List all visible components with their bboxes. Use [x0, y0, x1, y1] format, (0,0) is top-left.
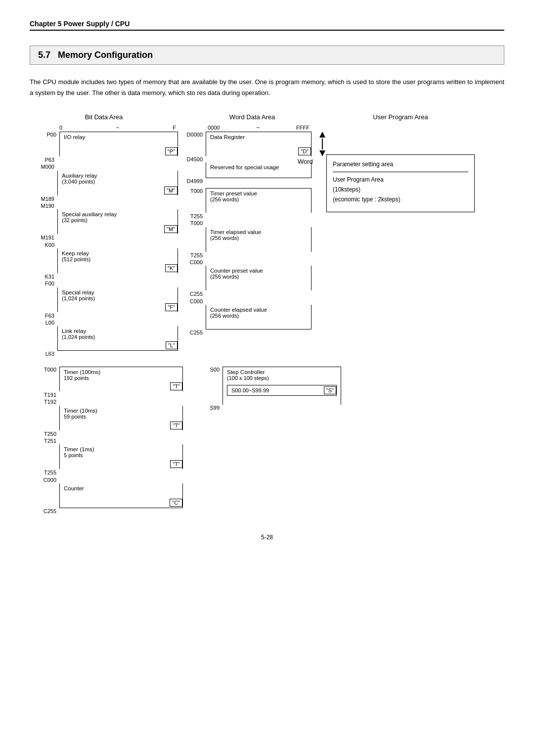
bit-seg-m191-row: M191K00	[30, 234, 178, 248]
timer-10ms-name: Timer (10ms)	[64, 408, 97, 414]
bit-seg-k31-row: K31F00	[30, 273, 178, 287]
label-f63-l00: F63L00	[30, 312, 57, 327]
seg-datareg-wrapper: Data Register "D"	[206, 132, 312, 156]
counter-preset-words: (256 words)	[210, 274, 239, 280]
word-segment-counter-elapsed: Counter elapsed value (256 words)	[178, 305, 326, 330]
page: Chapter 5 Power Supply / CPU 5.7 Memory …	[0, 0, 534, 561]
word-arrow	[319, 132, 325, 156]
bit-seg-f63-row: F63L00	[30, 312, 178, 327]
label-d4999: D4999	[178, 178, 206, 184]
label-t255-c000: T255C000	[178, 252, 206, 266]
seg-10ms: Timer (10ms) 59 points "T"	[59, 406, 183, 430]
word-seg-d4999-row: D4999	[178, 178, 326, 184]
intro-text: The CPU module includes two types of mem…	[30, 77, 504, 98]
word-segment-data-reg: D0000 Data Register "D"	[178, 132, 326, 156]
seg-specaux: Special auxiliary relay (32 points) "M"	[57, 209, 178, 234]
label-t000-bottom: T000	[30, 367, 59, 373]
label-m191-k00: M191K00	[30, 234, 57, 248]
timer-100ms-name: Timer (100ms)	[64, 369, 100, 375]
seg-timerelapsed-wrapper: Timer elapsed value (256 words)	[206, 227, 312, 252]
bit-segment-io: P00 I/O relay "P"	[30, 132, 178, 156]
special-relay-tag: "F"	[165, 303, 178, 311]
program-area-label: User Program Area	[326, 113, 475, 121]
word-seg-c255b-row: C255	[178, 330, 326, 335]
timer-seg-10ms: Timer (10ms) 59 points "T"	[30, 406, 183, 430]
word-range-start: 0000	[208, 125, 220, 131]
label-t255-t000: T255T000	[178, 213, 206, 227]
word-segment-counter-preset: Counter preset value (256 words)	[178, 266, 326, 290]
step-controller-name: Step Controller	[227, 369, 265, 375]
label-p00: P00	[30, 132, 56, 138]
keep-relay-points: (512 points)	[62, 256, 90, 262]
seg-1ms-wrapper: Timer (1ms) 5 points "T"	[59, 444, 183, 469]
bit-segment-specaux: Special auxiliary relay (32 points) "M"	[30, 209, 178, 234]
specaux-relay-tag: "M"	[164, 225, 178, 233]
aux-relay-name: Auxiliary relay	[62, 173, 97, 179]
bit-seg-m189-row: M189M190	[30, 195, 178, 210]
bit-data-area: Bit Data Area 0 ~ F P00 I/O relay	[30, 113, 178, 357]
seg-100ms-wrapper: Timer (100ms) 192 points "T"	[59, 367, 183, 391]
bit-segment-aux: Auxiliary relay (3,040 points) "M"	[30, 171, 178, 195]
seg-10ms-wrapper: Timer (10ms) 59 points "T"	[59, 406, 183, 430]
keep-relay-tag: "K"	[165, 264, 178, 272]
seg-100ms: Timer (100ms) 192 points "T"	[59, 367, 183, 391]
step-controller-steps: (100 x 100 steps)	[227, 375, 269, 381]
link-relay-points: (1,024 points)	[62, 334, 95, 340]
bit-range-end: F	[173, 125, 176, 131]
seg-timerpreset-wrapper: Timer preset value (256 words)	[206, 188, 312, 213]
io-relay-tag: "P"	[165, 147, 178, 155]
bit-area-label: Bit Data Area	[30, 113, 178, 121]
user-prog-steps: (10ksteps)	[333, 186, 468, 193]
step-tag: "S"	[324, 386, 336, 394]
label-k31-f00: K31F00	[30, 273, 57, 287]
special-relay-name: Special relay	[62, 289, 94, 295]
timer-counter-section: T000 Timer (100ms) 192 points "T" T191T1…	[30, 367, 183, 514]
seg-counter-wrapper: Counter "C"	[59, 483, 183, 508]
user-prog-econ: (economic type : 2ksteps)	[333, 196, 468, 203]
seg-link-wrapper: Link relay (1,024 points) "L"	[57, 326, 178, 351]
bit-range-start: 0	[59, 125, 62, 131]
word-range-end: FFFF	[296, 125, 310, 131]
timer-preset-words: (256 words)	[210, 196, 239, 202]
timer-1ms-tag: "T"	[170, 460, 182, 468]
step-seg-s99-row: S99	[203, 405, 341, 411]
word-data-area: Word Data Area 0000 ~ FFFF D0000 Data Re…	[178, 113, 326, 357]
label-m189-m190: M189M190	[30, 195, 57, 210]
bit-seg-l63-row: L63	[30, 351, 178, 357]
word-range-row: 0000 ~ FFFF	[178, 125, 326, 131]
param-setting: Parameter setting area	[333, 161, 468, 168]
bit-seg-p63-row: P63M000	[30, 156, 178, 171]
data-register-tag: "D"	[298, 147, 311, 155]
section-title: 5.7 Memory Configuration	[38, 50, 496, 60]
counter-elapsed-name: Counter elapsed value	[210, 307, 267, 313]
user-program-area: User Program Area Parameter setting area…	[326, 113, 475, 357]
counter-name: Counter	[64, 485, 84, 491]
seg-reserved: Reserved for special usage	[206, 162, 312, 178]
word-segment-timer-preset: T000 Timer preset value (256 words)	[178, 188, 326, 213]
step-controller-section: S00 Step Controller (100 x 100 steps) S0…	[203, 367, 341, 514]
seg-io-wrapper: I/O relay "P"	[59, 132, 178, 156]
timer-seg-1ms: Timer (1ms) 5 points "T"	[30, 444, 183, 469]
page-number: 5-28	[30, 534, 504, 541]
arrow-down-icon	[319, 150, 325, 156]
seg-aux: Auxiliary relay (3,040 points) "M"	[57, 171, 178, 195]
word-seg-t255a-row: T255T000	[178, 213, 326, 227]
label-t000a: T000	[178, 188, 206, 194]
aux-relay-points: (3,040 points)	[62, 179, 95, 185]
word-seg-c255a-row: C255C000	[178, 290, 326, 305]
word-range-tilde: ~	[257, 125, 260, 131]
special-relay-points: (1,024 points)	[62, 295, 95, 301]
io-relay-name: I/O relay	[64, 134, 85, 140]
seg-special: Special relay (1,024 points) "F"	[57, 287, 178, 312]
label-s99: S99	[203, 405, 222, 411]
timer-100ms-points: 192 points	[64, 375, 89, 381]
timer-seg-100ms: T000 Timer (100ms) 192 points "T"	[30, 367, 183, 391]
word-seg-t255b-row: T255C000	[178, 252, 326, 266]
counter-elapsed-words: (256 words)	[210, 313, 239, 319]
seg-io: I/O relay "P"	[59, 132, 178, 156]
label-p63-m000: P63M000	[30, 156, 57, 171]
specaux-relay-points: (32 points)	[62, 217, 88, 223]
timer-elapsed-name: Timer elapsed value	[210, 229, 261, 235]
data-register-name: Data Register	[210, 134, 245, 140]
label-s00: S00	[203, 367, 222, 373]
